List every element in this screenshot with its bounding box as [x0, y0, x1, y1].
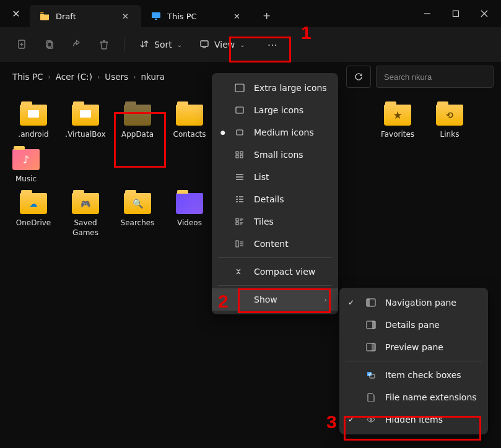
svg-rect-19	[240, 155, 243, 158]
menu-item-hidden-items[interactable]: ✓ Hidden items	[339, 408, 488, 431]
share-button[interactable]	[64, 32, 89, 57]
menu-label: Extra large icons	[254, 83, 327, 93]
close-button[interactable]	[470, 4, 499, 24]
file-label: Favorites	[381, 130, 414, 140]
svg-rect-16	[236, 152, 238, 154]
folder-item-searches[interactable]: 🔍 Searches	[111, 187, 163, 241]
folder-item-savedgames[interactable]: 🎮 Saved Games	[59, 187, 111, 241]
folder-icon: ☁	[19, 191, 48, 216]
crumb[interactable]: nkura	[141, 72, 165, 82]
menu-item-details-pane[interactable]: Details pane	[339, 314, 488, 336]
check-icon: ✓	[348, 298, 357, 307]
new-item-button[interactable]	[10, 32, 35, 57]
menu-label: File name extensions	[385, 392, 477, 402]
compact-icon	[234, 267, 245, 276]
titlebar: ✕ Draft ✕ This PC ✕ +	[0, 0, 501, 27]
folder-item-appdata[interactable]: AppData	[111, 99, 163, 144]
menu-label: Hidden items	[385, 415, 477, 424]
tiles-icon	[234, 217, 245, 226]
menu-label: List	[254, 172, 327, 182]
navpane-icon	[365, 298, 377, 307]
tab-thispc[interactable]: This PC ✕	[141, 5, 253, 27]
folder-item-virtualbox[interactable]: .VirtualBox	[59, 99, 111, 144]
search-input[interactable]	[376, 66, 494, 88]
monitor-icon	[151, 11, 161, 21]
menu-item-show[interactable]: Show ›	[212, 288, 338, 311]
folder-item-favorites[interactable]: ★ Favorites	[372, 99, 424, 144]
menu-item-file-name-extensions[interactable]: File name extensions	[339, 386, 488, 408]
svg-rect-18	[236, 155, 238, 158]
view-button[interactable]: View ⌄	[192, 35, 253, 54]
menu-item-item-check-boxes[interactable]: Item check boxes	[339, 364, 488, 386]
svg-rect-3	[453, 11, 459, 17]
maximize-button[interactable]	[442, 4, 470, 24]
tab-label: Draft	[56, 12, 113, 21]
refresh-button[interactable]	[346, 66, 371, 88]
chevron-right-icon: ›	[46, 73, 51, 81]
new-tab-button[interactable]: +	[253, 10, 281, 22]
file-label: OneDrive	[16, 218, 51, 228]
folder-item-onedrive[interactable]: ☁ OneDrive	[7, 187, 59, 241]
folder-item-videos[interactable]: Videos	[163, 187, 216, 241]
previewpane-icon	[365, 343, 377, 351]
menu-item-medium-icons[interactable]: ● Medium icons	[212, 121, 338, 144]
folder-icon: 🔍	[123, 191, 152, 216]
menu-separator	[346, 361, 482, 361]
sort-button[interactable]: Sort ⌄	[132, 35, 190, 54]
folder-item-contacts[interactable]: Contacts	[163, 99, 216, 144]
menu-item-navigation-pane[interactable]: ✓ Navigation pane	[339, 291, 488, 314]
menu-label: Compact view	[254, 267, 327, 277]
grid-icon	[234, 150, 245, 159]
close-tab-leading[interactable]: ✕	[2, 8, 30, 20]
menu-item-compact-view[interactable]: Compact view	[212, 261, 338, 283]
bullet-icon: ●	[220, 129, 225, 136]
detailspane-icon	[365, 321, 377, 329]
svg-rect-14	[236, 107, 243, 113]
menu-item-large-icons[interactable]: Large icons	[212, 99, 338, 121]
menu-item-preview-pane[interactable]: Preview pane	[339, 336, 488, 358]
toolbar: Sort ⌄ View ⌄ ⋯	[0, 27, 501, 62]
tab-draft[interactable]: Draft ✕	[30, 5, 141, 27]
menu-item-list[interactable]: List	[212, 166, 338, 188]
folder-item-music[interactable]: ♪ Music	[7, 144, 45, 188]
crumb[interactable]: This PC	[12, 72, 43, 82]
folder-item-links[interactable]: ⟲ Links	[424, 99, 476, 144]
crumb[interactable]: Users	[105, 72, 128, 82]
file-label: Links	[440, 130, 460, 140]
menu-item-small-icons[interactable]: Small icons	[212, 144, 338, 166]
svg-rect-42	[372, 321, 375, 329]
menu-label: Tiles	[254, 217, 327, 226]
close-icon[interactable]: ✕	[120, 12, 131, 21]
sort-label: Sort	[154, 40, 172, 50]
menu-item-tiles[interactable]: Tiles	[212, 210, 338, 233]
menu-item-content[interactable]: Content	[212, 233, 338, 255]
details-icon	[234, 195, 245, 204]
chevron-right-icon: ›	[325, 296, 327, 304]
rect-icon	[234, 106, 245, 114]
menu-item-details[interactable]: Details	[212, 188, 338, 210]
folder-icon	[19, 103, 48, 127]
more-button[interactable]: ⋯	[260, 32, 285, 57]
svg-rect-35	[236, 241, 238, 247]
menu-label: Medium icons	[254, 127, 327, 137]
sort-icon	[139, 39, 149, 51]
folder-icon	[71, 103, 100, 127]
crumb[interactable]: Acer (C:)	[56, 72, 92, 82]
menu-item-extra-large-icons[interactable]: Extra large icons	[212, 77, 338, 99]
chevron-right-icon: ›	[132, 73, 137, 81]
toolbar-divider	[124, 37, 124, 52]
folder-icon: ⟲	[435, 103, 464, 127]
close-icon[interactable]: ✕	[231, 12, 243, 21]
window-controls	[413, 4, 499, 24]
svg-rect-32	[236, 222, 238, 225]
delete-button[interactable]	[92, 32, 116, 57]
chevron-down-icon: ⌄	[240, 41, 245, 48]
file-label: Saved Games	[61, 218, 110, 238]
menu-label: Show	[254, 295, 316, 304]
menu-label: Item check boxes	[385, 370, 477, 380]
folder-item-android[interactable]: .android	[7, 99, 59, 144]
list-icon	[234, 173, 245, 181]
minimize-button[interactable]	[413, 4, 442, 24]
file-label: .VirtualBox	[65, 130, 105, 140]
copy-button[interactable]	[37, 32, 62, 57]
